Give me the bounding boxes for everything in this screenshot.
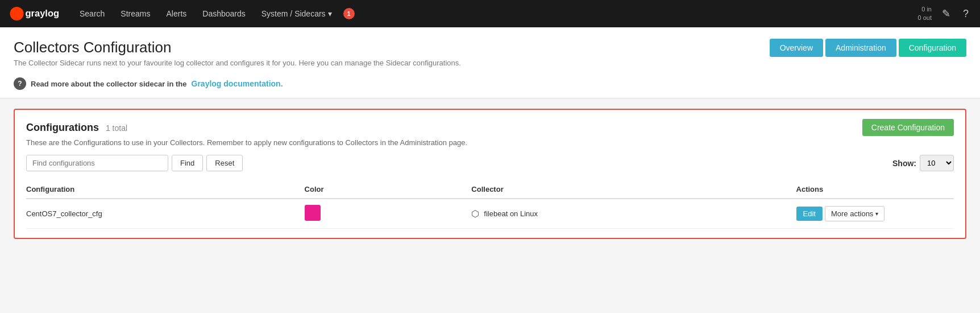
page-header-top: Collectors Configuration The Collector S… [14, 39, 966, 73]
panel-description: These are the Configurations to use in y… [26, 138, 954, 147]
collector-icon: ⬡ [471, 208, 479, 219]
navbar-right: 0 in 0 out ✎ ? [918, 5, 971, 23]
page-header: Collectors Configuration The Collector S… [0, 27, 980, 98]
nav-item-dashboards[interactable]: Dashboards [194, 0, 254, 27]
actions-cell: Edit More actions ▾ [796, 199, 954, 229]
info-bar: ? Read more about the collector sidecar … [14, 77, 966, 90]
find-button[interactable]: Find [172, 155, 203, 171]
svg-point-0 [10, 7, 24, 20]
col-header-collector: Collector [471, 180, 796, 199]
color-swatch [305, 205, 321, 221]
table-head: Configuration Color Collector Actions [26, 180, 954, 199]
nav-links: Search Streams Alerts Dashboards System … [72, 0, 918, 27]
page-header-left: Collectors Configuration The Collector S… [14, 39, 461, 73]
configurations-table: Configuration Color Collector Actions Ce… [26, 180, 954, 229]
col-header-configuration: Configuration [26, 180, 305, 199]
panel-title-area: Configurations 1 total [26, 122, 127, 134]
nav-item-streams[interactable]: Streams [113, 0, 158, 27]
nav-item-search[interactable]: Search [72, 0, 113, 27]
nav-item-alerts[interactable]: Alerts [158, 0, 194, 27]
traffic-in: 0 in [918, 5, 932, 14]
edit-button[interactable]: ✎ [940, 5, 953, 22]
show-label: Show: [892, 159, 916, 168]
navbar: graylog Search Streams Alerts Dashboards… [0, 0, 980, 27]
config-name: CentOS7_collector_cfg [26, 199, 305, 229]
svg-text:graylog: graylog [26, 8, 60, 18]
main-content: Configurations 1 total Create Configurat… [0, 98, 980, 249]
panel-title: Configurations [26, 122, 99, 133]
reset-button[interactable]: Reset [206, 155, 243, 171]
nav-system-label: System / Sidecars [261, 9, 326, 18]
traffic-info: 0 in 0 out [918, 5, 932, 23]
docs-link[interactable]: Graylog documentation. [192, 79, 283, 88]
page-subtitle: The Collector Sidecar runs next to your … [14, 59, 461, 67]
table-body: CentOS7_collector_cfg ⬡ filebeat on Linu… [26, 199, 954, 229]
notification-badge[interactable]: 1 [343, 8, 355, 19]
search-row: Find Reset Show: 10 25 50 100 [26, 155, 954, 171]
more-actions-button[interactable]: More actions ▾ [825, 206, 885, 221]
collector-name: filebeat on Linux [484, 209, 538, 218]
create-configuration-button[interactable]: Create Configuration [862, 119, 954, 136]
configuration-button[interactable]: Configuration [899, 39, 966, 57]
chevron-down-icon: ▾ [328, 9, 332, 18]
nav-item-system[interactable]: System / Sidecars ▾ [254, 0, 340, 27]
traffic-out: 0 out [918, 14, 932, 22]
collector-cell: ⬡ filebeat on Linux [471, 199, 796, 229]
show-select[interactable]: 10 25 50 100 [920, 155, 954, 171]
table-row: CentOS7_collector_cfg ⬡ filebeat on Linu… [26, 199, 954, 229]
panel-count: 1 total [106, 123, 127, 133]
panel-header: Configurations 1 total Create Configurat… [26, 119, 954, 136]
col-header-color: Color [305, 180, 472, 199]
config-color-cell [305, 199, 472, 229]
administration-button[interactable]: Administration [825, 39, 896, 57]
show-row: Show: 10 25 50 100 [892, 155, 954, 171]
page-title: Collectors Configuration [14, 39, 461, 56]
more-actions-label: More actions [831, 209, 873, 218]
info-icon: ? [14, 77, 26, 90]
configurations-panel: Configurations 1 total Create Configurat… [14, 109, 966, 239]
help-button[interactable]: ? [961, 6, 971, 22]
col-header-actions: Actions [796, 180, 954, 199]
info-text: Read more about the collector sidecar in… [31, 80, 187, 88]
header-buttons: Overview Administration Configuration [770, 39, 966, 57]
logo[interactable]: graylog [9, 6, 60, 22]
overview-button[interactable]: Overview [770, 39, 823, 57]
search-input[interactable] [26, 155, 168, 171]
chevron-down-icon: ▾ [875, 211, 878, 217]
edit-config-button[interactable]: Edit [796, 207, 823, 221]
